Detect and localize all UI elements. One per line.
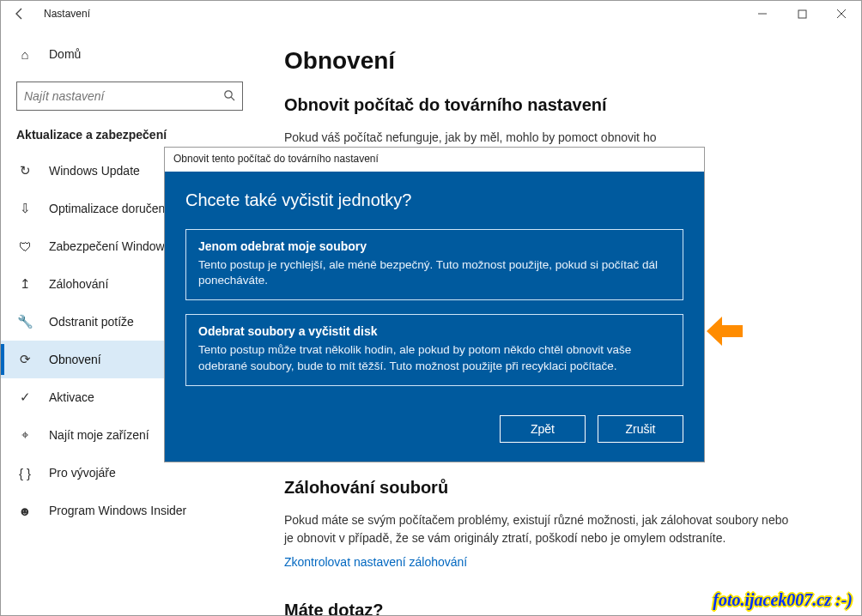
insider-icon: ☻ bbox=[16, 504, 33, 518]
arrow-annotation bbox=[707, 317, 743, 349]
reset-dialog: Obnovit tento počítač do továrního nasta… bbox=[164, 147, 705, 462]
sidebar-item-label: Aktivace bbox=[49, 390, 94, 404]
option-title: Jenom odebrat moje soubory bbox=[198, 239, 671, 256]
titlebar: Nastavení bbox=[1, 1, 861, 27]
backup-section: Zálohování souborů Pokud máte se svým po… bbox=[284, 478, 832, 570]
settings-window: Nastavení ⌂ Domů bbox=[0, 0, 862, 616]
search-input[interactable] bbox=[24, 89, 223, 103]
sidebar-item-label: Program Windows Insider bbox=[49, 504, 186, 517]
reset-section: Obnovit počítač do továrního nastavení P… bbox=[284, 95, 832, 147]
option-remove-files-only[interactable]: Jenom odebrat moje soubory Tento postup … bbox=[185, 229, 683, 300]
svg-line-3 bbox=[231, 97, 234, 100]
wrench-icon: 🔧 bbox=[16, 314, 33, 329]
option-desc: Tento postup je rychlejší, ale méně bezp… bbox=[198, 257, 671, 290]
home-label: Domů bbox=[49, 47, 81, 61]
sidebar-item-label: Windows Update bbox=[49, 164, 140, 178]
option-desc: Tento postup může trvat několik hodin, a… bbox=[198, 342, 671, 375]
dialog-buttons: Zpět Zrušit bbox=[185, 415, 683, 443]
dialog-heading: Chcete také vyčistit jednotky? bbox=[185, 190, 683, 210]
back-button[interactable] bbox=[8, 2, 32, 26]
activation-icon: ✓ bbox=[16, 390, 33, 405]
svg-point-2 bbox=[225, 90, 232, 97]
reset-heading: Obnovit počítač do továrního nastavení bbox=[284, 95, 832, 115]
svg-rect-1 bbox=[798, 10, 806, 18]
cancel-dialog-button[interactable]: Zrušit bbox=[598, 415, 683, 443]
sidebar-item-label: Optimalizace doručení bbox=[49, 202, 168, 215]
watermark: foto.ijacek007.cz :-) bbox=[713, 590, 853, 610]
reset-text: Pokud váš počítač nefunguje, jak by měl,… bbox=[284, 129, 799, 147]
dialog-title: Obnovit tento počítač do továrního nasta… bbox=[165, 148, 704, 172]
sidebar-item-label: Odstranit potíže bbox=[49, 315, 134, 329]
maximize-button[interactable] bbox=[782, 1, 822, 27]
backup-heading: Zálohování souborů bbox=[284, 478, 832, 498]
option-title: Odebrat soubory a vyčistit disk bbox=[198, 323, 671, 341]
delivery-icon: ⇩ bbox=[16, 201, 33, 216]
window-controls bbox=[743, 1, 861, 27]
option-remove-and-clean-drive[interactable]: Odebrat soubory a vyčistit disk Tento po… bbox=[185, 314, 683, 385]
code-icon: { } bbox=[16, 466, 33, 480]
sidebar-item-windows-insider[interactable]: ☻ Program Windows Insider bbox=[1, 492, 258, 529]
locate-icon: ⌖ bbox=[16, 427, 33, 443]
search-box[interactable] bbox=[16, 82, 243, 111]
sidebar-item-label: Zálohování bbox=[49, 277, 108, 291]
minimize-button[interactable] bbox=[743, 1, 782, 27]
sidebar-item-label: Najít moje zařízení bbox=[49, 428, 149, 442]
sidebar-item-label: Obnovení bbox=[49, 353, 101, 366]
shield-icon: 🛡 bbox=[16, 239, 33, 254]
backup-text: Pokud máte se svým počítačem problémy, e… bbox=[284, 511, 799, 547]
dialog-body: Chcete také vyčistit jednotky? Jenom ode… bbox=[165, 172, 704, 462]
recovery-icon: ⟳ bbox=[16, 352, 33, 367]
search-icon bbox=[223, 89, 235, 104]
home-icon: ⌂ bbox=[16, 47, 33, 62]
sync-icon: ↻ bbox=[16, 163, 33, 178]
sidebar-item-label: Zabezpečení Windows bbox=[49, 239, 171, 253]
backup-icon: ↥ bbox=[16, 276, 33, 292]
back-dialog-button[interactable]: Zpět bbox=[500, 415, 586, 443]
window-title: Nastavení bbox=[44, 8, 90, 20]
page-title: Obnovení bbox=[284, 47, 832, 75]
backup-link[interactable]: Zkontrolovat nastavení zálohování bbox=[284, 555, 467, 569]
home-button[interactable]: ⌂ Domů bbox=[1, 39, 258, 69]
close-button[interactable] bbox=[822, 1, 861, 27]
sidebar-item-label: Pro vývojáře bbox=[49, 466, 116, 480]
